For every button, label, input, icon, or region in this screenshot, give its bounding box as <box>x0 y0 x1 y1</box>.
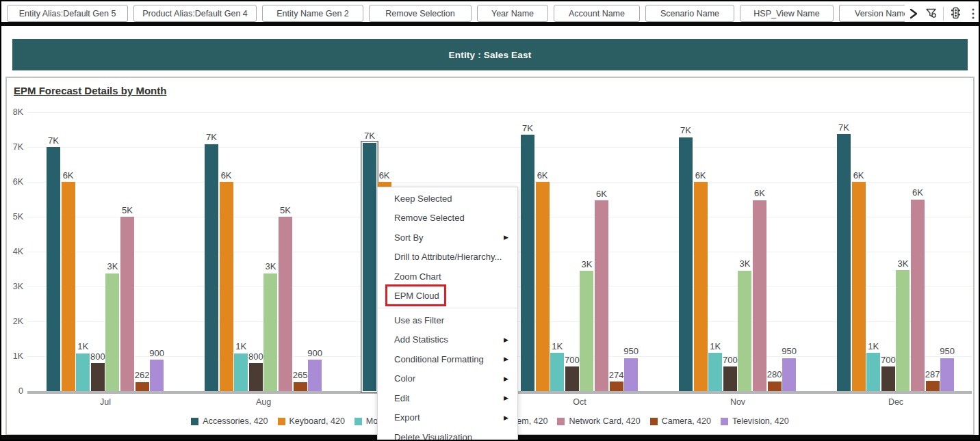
gridline <box>27 112 972 113</box>
bar-jul-network-card[interactable] <box>120 217 134 391</box>
bar-value-label: 6K <box>739 188 780 198</box>
bar-jul-accessories[interactable] <box>47 147 60 391</box>
bar-aug-mouse[interactable] <box>249 363 263 391</box>
bar-value-label: 1K <box>62 341 103 351</box>
filter-chip-toolbar: Entity Alias:Default Gen 5Product Alias:… <box>7 5 905 22</box>
y-axis-tick: 6K <box>5 176 23 187</box>
legend-item-television[interactable]: Television, 420 <box>721 416 789 426</box>
bar-oct-mouse[interactable] <box>565 366 579 391</box>
y-axis-tick: 0 <box>5 386 23 397</box>
bar-aug-keyboard[interactable] <box>220 182 233 391</box>
legend-item-network-card[interactable]: Network Card, 420 <box>557 416 640 426</box>
bar-value-label: 6K <box>897 187 938 198</box>
bar-nov-mouse[interactable] <box>723 366 737 391</box>
filter-chip-entity-name-gen-2[interactable]: Entity Name Gen 2 <box>262 5 363 22</box>
menu-item-color[interactable]: Color▶ <box>378 369 517 389</box>
legend-label: Television, 420 <box>732 416 789 426</box>
menu-item-label: Edit <box>394 393 409 403</box>
menu-item-conditional-formatting[interactable]: Conditional Formatting▶ <box>378 349 517 369</box>
legend-item-keyboard[interactable]: Keyboard, 420 <box>278 416 345 426</box>
menu-item-remove-selected[interactable]: Remove Selected <box>378 209 517 228</box>
bar-nov-keyboard[interactable] <box>694 182 708 391</box>
filter-chip-hsp-view-name[interactable]: HSP_View Name <box>740 5 834 22</box>
traffic-light-icon[interactable] <box>946 6 964 21</box>
menu-item-keep-selected[interactable]: Keep Selected <box>378 189 517 209</box>
menu-item-drill-to-attribute-hierarchy[interactable]: Drill to Attribute/Hierarchy... <box>378 248 517 267</box>
filter-chip-product-alias-default-gen-4[interactable]: Product Alias:Default Gen 4 <box>133 5 257 22</box>
legend-item-camera[interactable]: Camera, 420 <box>650 416 711 426</box>
bar-jul-television[interactable] <box>150 360 164 391</box>
bar-value-label: 6K <box>838 170 879 181</box>
legend-item-accessories[interactable]: Accessories, 420 <box>191 416 268 426</box>
bar-oct-keyboard[interactable] <box>536 182 550 391</box>
bar-jul-mouse[interactable] <box>91 363 105 391</box>
filter-icon[interactable] <box>923 6 940 21</box>
bar-aug-television[interactable] <box>308 360 322 391</box>
menu-item-export[interactable]: Export▶ <box>378 408 517 428</box>
y-axis-tick: 3K <box>5 281 23 292</box>
bar-jul-modem[interactable] <box>105 273 119 391</box>
bar-nov-network-card[interactable] <box>753 200 766 392</box>
menu-item-delete-visualization[interactable]: Delete Visualization <box>378 427 517 441</box>
bar-value-label: 6K <box>364 170 405 181</box>
bar-oct-modem[interactable] <box>580 271 593 391</box>
menu-item-epm-cloud[interactable]: EPM Cloud <box>378 286 517 306</box>
menu-item-label: Export <box>394 412 420 423</box>
x-axis-label-dec: Dec <box>838 397 954 407</box>
bar-jul-camera[interactable] <box>136 382 149 391</box>
filter-chip-version-name[interactable]: Version Name <box>839 5 905 22</box>
legend-label: Camera, 420 <box>662 416 711 426</box>
bar-oct-television[interactable] <box>624 358 638 392</box>
submenu-arrow-icon: ▶ <box>504 414 508 421</box>
bar-aug-modem[interactable] <box>263 273 277 391</box>
bar-value-label: 6K <box>206 170 247 181</box>
menu-item-label: Delete Visualization <box>394 432 472 441</box>
bar-nov-television[interactable] <box>782 358 796 392</box>
bar-dec-keyboard[interactable] <box>852 182 866 391</box>
bar-aug-network-card[interactable] <box>279 217 292 391</box>
bar-nov-modem[interactable] <box>738 271 751 392</box>
menu-item-label: EPM Cloud <box>394 291 439 301</box>
menu-item-label: Keep Selected <box>394 193 452 204</box>
bar-value-label: 1K <box>220 341 261 351</box>
bar-jul-keyboard[interactable] <box>62 182 75 391</box>
menu-item-use-as-filter[interactable]: Use as Filter <box>378 310 517 330</box>
menu-item-edit[interactable]: Edit▶ <box>378 388 517 408</box>
menu-item-label: Remove Selected <box>394 213 465 223</box>
bar-dec-television[interactable] <box>940 358 954 392</box>
bar-value-label: 7K <box>507 123 548 133</box>
menu-item-sort-by[interactable]: Sort By▶ <box>378 228 517 248</box>
legend-label: Accessories, 420 <box>203 416 268 426</box>
x-axis-label-nov: Nov <box>680 397 796 407</box>
legend-swatch <box>650 418 658 425</box>
bar-dec-modem[interactable] <box>896 270 910 391</box>
menu-item-add-statistics[interactable]: Add Statistics▶ <box>378 330 517 350</box>
chevron-right-icon[interactable] <box>905 6 923 21</box>
bar-nov-camera[interactable] <box>768 382 782 391</box>
gridline <box>27 182 972 183</box>
bar-oct-network-card[interactable] <box>595 200 608 391</box>
bar-value-label: 6K <box>680 170 721 181</box>
bar-value-label: 5K <box>107 205 148 215</box>
filter-chip-scenario-name[interactable]: Scenario Name <box>645 5 734 22</box>
menu-item-zoom-chart[interactable]: Zoom Chart <box>378 267 517 286</box>
bar-value-label: 7K <box>665 125 706 135</box>
filter-chip-year-name[interactable]: Year Name <box>477 5 548 22</box>
bar-dec-camera[interactable] <box>926 381 940 391</box>
y-axis-tick: 7K <box>5 142 23 152</box>
bar-oct-camera[interactable] <box>610 382 623 391</box>
bar-dec-mouse[interactable] <box>881 366 895 391</box>
x-axis-label-aug: Aug <box>205 397 322 407</box>
filter-chip-remove-selection[interactable]: Remove Selection <box>369 5 472 22</box>
app-window: Entity Alias:Default Gen 5Product Alias:… <box>0 0 980 441</box>
submenu-arrow-icon: ▶ <box>504 356 508 362</box>
kebab-menu-icon[interactable] <box>964 6 980 21</box>
filter-chip-account-name[interactable]: Account Name <box>554 5 640 22</box>
menu-item-label: Add Statistics <box>394 334 448 345</box>
bar-value-label: 7K <box>33 135 74 146</box>
bar-aug-camera[interactable] <box>294 382 307 392</box>
bar-dec-network-card[interactable] <box>911 200 925 392</box>
filter-chip-entity-alias-default-gen-5[interactable]: Entity Alias:Default Gen 5 <box>7 5 128 22</box>
bar-aug-accessories[interactable] <box>205 144 218 391</box>
x-axis-label-oct: Oct <box>521 397 638 407</box>
